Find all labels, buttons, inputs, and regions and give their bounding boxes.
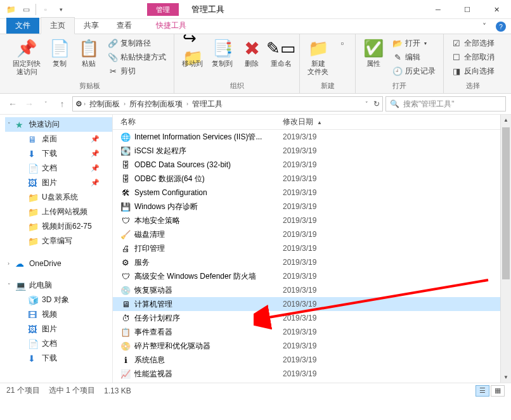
- tab-share[interactable]: 共享: [75, 18, 108, 34]
- qat-properties-icon[interactable]: ▭: [19, 3, 33, 16]
- delete-icon: ✖: [242, 38, 262, 58]
- list-item[interactable]: 💿恢复驱动器2019/3/19: [113, 283, 511, 297]
- nav-downloads[interactable]: ⬇下载📌: [5, 146, 112, 161]
- nav-pictures[interactable]: 🖼图片📌: [5, 175, 112, 190]
- search-input[interactable]: 🔍 搜索"管理工具": [385, 96, 506, 111]
- nav-pictures2[interactable]: 🖼图片: [5, 322, 112, 336]
- file-date: 2019/3/19: [278, 202, 316, 211]
- list-item[interactable]: ℹ系统信息2019/3/19: [113, 353, 511, 367]
- list-item[interactable]: 🛠System Configuration2019/3/19: [113, 186, 511, 200]
- close-button[interactable]: ✕: [482, 0, 511, 19]
- open-button[interactable]: 📂打开▾: [390, 37, 438, 50]
- paste-shortcut-button[interactable]: 📎粘贴快捷方式: [105, 51, 169, 64]
- qat-dropdown-icon[interactable]: ▾: [54, 3, 68, 16]
- cut-button[interactable]: ✂剪切: [105, 65, 169, 78]
- scroll-down-icon[interactable]: ▼: [501, 372, 511, 383]
- forward-button[interactable]: →: [22, 96, 37, 111]
- nav-documents2[interactable]: 📄文档: [5, 336, 112, 351]
- open-icon: 📂: [392, 39, 403, 49]
- nav-desktop[interactable]: 🖥桌面📌: [5, 132, 112, 146]
- file-date: 2019/3/19: [278, 314, 316, 322]
- qat-newfolder-icon[interactable]: ▫: [39, 3, 53, 16]
- col-name[interactable]: 名称: [113, 117, 278, 127]
- properties-button[interactable]: ✅属性: [361, 37, 386, 69]
- nav-downloads2[interactable]: ⬇下载: [5, 351, 112, 366]
- properties-icon: ✅: [363, 38, 384, 58]
- tab-file[interactable]: 文件: [6, 18, 39, 34]
- select-all-button[interactable]: ☑全部选择: [449, 37, 497, 50]
- new-folder-button[interactable]: 📁新建 文件夹: [305, 37, 331, 77]
- invert-selection-button[interactable]: ◨反向选择: [449, 65, 497, 78]
- ribbon-collapse-icon[interactable]: ˅: [479, 22, 489, 32]
- path-icon: 🔗: [108, 39, 118, 49]
- nav-documents[interactable]: 📄文档📌: [5, 161, 112, 175]
- tab-view[interactable]: 查看: [108, 18, 141, 34]
- new-item-button[interactable]: ▫: [335, 37, 350, 49]
- list-item[interactable]: 🖥计算机管理2019/3/19: [113, 297, 511, 311]
- nav-folder3[interactable]: 📁视频封面62-75: [5, 219, 112, 234]
- list-item[interactable]: 📈性能监视器2019/3/19: [113, 367, 511, 381]
- list-item[interactable]: 📋事件查看器2019/3/19: [113, 325, 511, 339]
- breadcrumb[interactable]: ⚙ › 控制面板 › 所有控制面板项 › 管理工具 ˅ ↻: [72, 96, 383, 111]
- recent-button[interactable]: ˅: [38, 96, 53, 111]
- list-item[interactable]: 📀碎片整理和优化驱动器2019/3/19: [113, 339, 511, 353]
- scroll-up-icon[interactable]: ▲: [501, 115, 511, 125]
- copy-path-button[interactable]: 🔗复制路径: [105, 37, 169, 50]
- nav-onedrive[interactable]: ›☁OneDrive: [5, 256, 112, 270]
- file-icon: ℹ: [120, 355, 131, 365]
- delete-button[interactable]: ✖删除: [239, 37, 264, 69]
- nav-folder1[interactable]: 📁U盘装系统: [5, 190, 112, 205]
- up-button[interactable]: ↑: [55, 96, 70, 111]
- tab-home[interactable]: 主页: [41, 17, 75, 34]
- list-item[interactable]: 🗄ODBC Data Sources (32-bit)2019/3/19: [113, 158, 511, 172]
- list-item[interactable]: 🧹磁盘清理2019/3/19: [113, 227, 511, 241]
- copy-button[interactable]: 📄复制: [47, 37, 72, 69]
- list-item[interactable]: ⏱任务计划程序2019/3/19: [113, 311, 511, 325]
- nav-pane: ˅★快速访问 🖥桌面📌 ⬇下载📌 📄文档📌 🖼图片📌 📁U盘装系统 📁上传网站视…: [5, 115, 113, 383]
- list-item[interactable]: 🌐Internet Information Services (IIS)管...…: [113, 130, 511, 144]
- paste-button[interactable]: 📋粘贴: [76, 37, 101, 69]
- list-item[interactable]: 🗄ODBC 数据源(64 位)2019/3/19: [113, 172, 511, 186]
- view-details-button[interactable]: ☰: [475, 385, 489, 397]
- selection-count: 选中 1 个项目: [49, 385, 95, 396]
- list-item[interactable]: ⚙服务2019/3/19: [113, 255, 511, 269]
- nav-folder4[interactable]: 📁文章编写: [5, 234, 112, 248]
- back-button[interactable]: ←: [5, 96, 20, 111]
- refresh-icon[interactable]: ↻: [373, 99, 380, 108]
- list-item[interactable]: 🖨打印管理2019/3/19: [113, 241, 511, 255]
- minimize-button[interactable]: ─: [424, 0, 453, 19]
- scroll-thumb[interactable]: [502, 127, 510, 279]
- list-item[interactable]: 💾Windows 内存诊断2019/3/19: [113, 200, 511, 213]
- nav-thispc[interactable]: ˅💻此电脑: [5, 278, 112, 293]
- nav-3d[interactable]: 🧊3D 对象: [5, 293, 112, 307]
- pin-button[interactable]: 📌固定到快 速访问: [10, 37, 43, 77]
- contextual-tab-area: 管理 管理工具: [147, 0, 237, 19]
- nav-quick-access[interactable]: ˅★快速访问: [5, 117, 112, 132]
- search-icon: 🔍: [390, 99, 399, 108]
- shortcut-icon: 📎: [108, 53, 118, 63]
- crumb-a[interactable]: 控制面板: [87, 98, 122, 111]
- history-button[interactable]: 🕘历史记录: [390, 65, 438, 78]
- crumb-c[interactable]: 管理工具: [190, 98, 225, 111]
- pin-icon: 📌: [91, 179, 100, 187]
- maximize-button[interactable]: ☐: [453, 0, 482, 19]
- view-icons-button[interactable]: ▦: [491, 385, 505, 397]
- list-item[interactable]: 🛡本地安全策略2019/3/19: [113, 213, 511, 227]
- edit-button[interactable]: ✎编辑: [390, 51, 438, 64]
- scrollbar[interactable]: ▲ ▼: [500, 115, 511, 383]
- help-icon[interactable]: ?: [496, 22, 506, 32]
- title-bar: 📁 ▭ ▫ ▾ 管理 管理工具 ─ ☐ ✕: [0, 0, 511, 19]
- move-to-button[interactable]: ↪📁移动到: [179, 37, 205, 69]
- select-none-button[interactable]: ☐全部取消: [449, 51, 497, 64]
- list-item[interactable]: 💽iSCSI 发起程序2019/3/19: [113, 144, 511, 158]
- nav-folder2[interactable]: 📁上传网站视频: [5, 205, 112, 219]
- nav-videos[interactable]: 🎞视频: [5, 307, 112, 322]
- list-item[interactable]: 🛡高级安全 Windows Defender 防火墙2019/3/19: [113, 269, 511, 283]
- tab-context[interactable]: 快捷工具: [147, 18, 195, 34]
- crumb-b[interactable]: 所有控制面板项: [127, 98, 185, 111]
- col-date[interactable]: 修改日期▲: [278, 117, 335, 127]
- rename-button[interactable]: ✎▭重命名: [268, 37, 294, 69]
- copy-to-button[interactable]: 📑复制到: [209, 37, 235, 69]
- dropdown-icon[interactable]: ˅: [365, 101, 368, 107]
- copyto-icon: 📑: [212, 38, 233, 58]
